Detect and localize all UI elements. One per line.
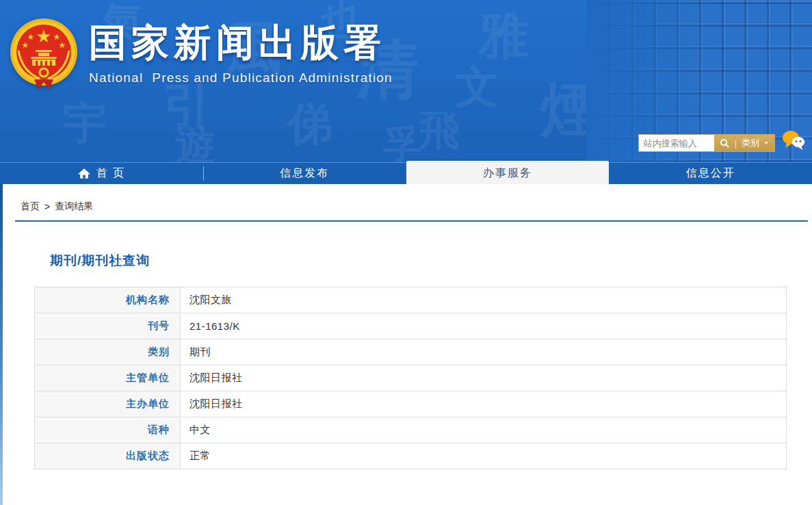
page-title: 期刊/期刊社查询 [50,252,812,270]
nav-item-label: 信息公开 [686,166,735,181]
svg-text:★: ★ [36,26,51,47]
breadcrumb-divider [15,220,808,222]
site-header: 氣引風俤清飛雅煙孚遊宇流也文 ★ ★ ★ ★ ★ 国家新闻出版署 [0,0,812,162]
row-label: 类别 [35,339,181,365]
table-row: 类别 期刊 [35,339,787,365]
main-nav: 首 页 信息发布 办事服务 信息公开 [0,162,812,184]
table-row: 主管单位 沈阳日报社 [35,365,787,391]
table-row: 机构名称 沈阳文旅 [35,287,787,313]
row-label: 刊号 [35,313,181,339]
row-label: 主办单位 [35,391,181,417]
site-search: | 类别 ▼ [638,134,775,152]
row-value: 中文 [181,417,787,443]
breadcrumb-home[interactable]: 首页 [21,200,40,213]
search-button[interactable] [720,138,730,148]
breadcrumb-separator: > [44,201,50,212]
search-input[interactable] [639,135,714,151]
row-label: 主管单位 [35,365,181,391]
main-content: 首页 > 查询结果 期刊/期刊社查询 机构名称 沈阳文旅 刊号 21-1613/… [0,184,812,505]
nav-item-label: 信息发布 [280,166,329,181]
nav-item-home[interactable]: 首 页 [0,163,203,184]
row-value: 期刊 [181,339,787,365]
row-label: 语种 [35,417,181,443]
row-value: 正常 [181,443,787,469]
search-divider: | [735,138,737,148]
query-result-table: 机构名称 沈阳文旅 刊号 21-1613/K 类别 期刊 主管单位 沈阳日报社 … [34,287,787,469]
breadcrumb-current: 查询结果 [55,200,93,213]
nav-item-label: 首 页 [96,166,125,181]
chevron-down-icon[interactable]: ▼ [763,141,769,145]
table-row: 出版状态 正常 [35,443,787,469]
site-logo-link[interactable]: ★ ★ ★ ★ ★ 国家新闻出版署 National Press and Pub… [10,16,393,90]
table-row: 语种 中文 [35,417,787,443]
search-controls: | 类别 ▼ [714,135,774,151]
search-category-dropdown[interactable]: 类别 [742,137,759,149]
site-subtitle: National Press and Publication Administr… [89,70,393,86]
brand-text: 国家新闻出版署 National Press and Publication A… [89,16,393,86]
svg-text:★: ★ [59,40,66,50]
nav-item-news[interactable]: 信息发布 [203,163,406,184]
row-label: 出版状态 [35,443,181,469]
home-icon [78,168,90,179]
svg-text:★: ★ [22,40,29,50]
row-value: 沈阳日报社 [181,391,787,417]
national-emblem-icon: ★ ★ ★ ★ ★ [10,16,78,90]
row-value: 沈阳日报社 [181,365,787,391]
left-accent-stripe [0,184,3,505]
row-label: 机构名称 [35,287,181,313]
nav-item-label: 办事服务 [483,166,532,181]
nav-item-disclosure[interactable]: 信息公开 [609,163,812,184]
search-icon [720,138,730,148]
breadcrumb: 首页 > 查询结果 [0,184,812,213]
table-row: 刊号 21-1613/K [35,313,787,339]
table-row: 主办单位 沈阳日报社 [35,391,787,417]
wechat-icon[interactable] [782,129,805,153]
row-value: 21-1613/K [181,313,787,339]
row-value: 沈阳文旅 [181,287,787,313]
site-title: 国家新闻出版署 [89,22,393,64]
nav-item-services[interactable]: 办事服务 [406,161,610,184]
